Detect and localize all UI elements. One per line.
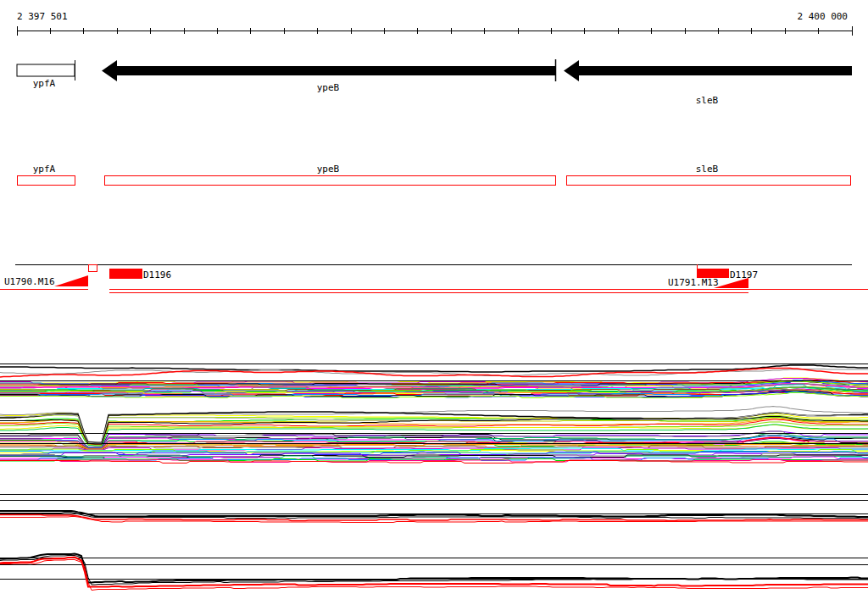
gene-arrow-track: ypfAypeBsleB	[17, 59, 852, 106]
coordinate-ruler: 2 397 5012 400 000	[17, 11, 852, 36]
gene-box-label-sleB: sleB	[696, 164, 719, 175]
marker-label-U1790.M16: U1790.M16	[4, 276, 55, 287]
marker-ramp-U1790.M16[interactable]	[54, 275, 88, 286]
marker-rect-D1197[interactable]	[697, 269, 729, 278]
gene-arrowbody-ypeB[interactable]	[117, 66, 555, 75]
expression-line	[0, 556, 868, 586]
gene-box-label-ypfA: ypfA	[33, 164, 56, 175]
expression-line	[0, 365, 868, 372]
gene-label-sleB: sleB	[696, 95, 719, 106]
marker-label-D1197: D1197	[730, 269, 758, 280]
gene-box-ypfA[interactable]	[18, 176, 75, 186]
gene-box-label-ypeB: ypeB	[317, 164, 340, 175]
gene-box-track: ypfAypeBsleB	[18, 164, 851, 186]
ruler-end-coordinate: 2 400 000	[797, 11, 848, 22]
marker-label-D1196: D1196	[143, 269, 171, 280]
gene-box-sleB[interactable]	[567, 176, 851, 186]
gene-box-ypeB[interactable]	[105, 176, 556, 186]
gene-arrowhead-sleB[interactable]	[564, 60, 579, 81]
gene-arrowbody-sleB[interactable]	[579, 66, 852, 75]
marker-rect-D1196[interactable]	[109, 269, 142, 279]
expression-profile-plot	[0, 364, 868, 591]
marker-label-U1791.M13: U1791.M13	[668, 277, 719, 288]
gene-label-ypeB: ypeB	[317, 82, 340, 93]
genome-browser-canvas: 2 397 5012 400 000 ypfAypeBsleB ypfAypeB…	[0, 0, 868, 605]
genome-browser-view: 2 397 5012 400 000 ypfAypeBsleB ypfAypeB…	[0, 0, 868, 605]
probe-marker-track: U1790.M16D1196U1791.M13D1197	[0, 264, 868, 293]
gene-label-ypfA: ypfA	[33, 78, 56, 89]
ruler-start-coordinate: 2 397 501	[17, 11, 68, 22]
marker-notch-box[interactable]	[89, 265, 97, 272]
gene-arrowhead-ypeB[interactable]	[102, 60, 117, 81]
gene-openbox-ypfA[interactable]	[17, 64, 75, 76]
